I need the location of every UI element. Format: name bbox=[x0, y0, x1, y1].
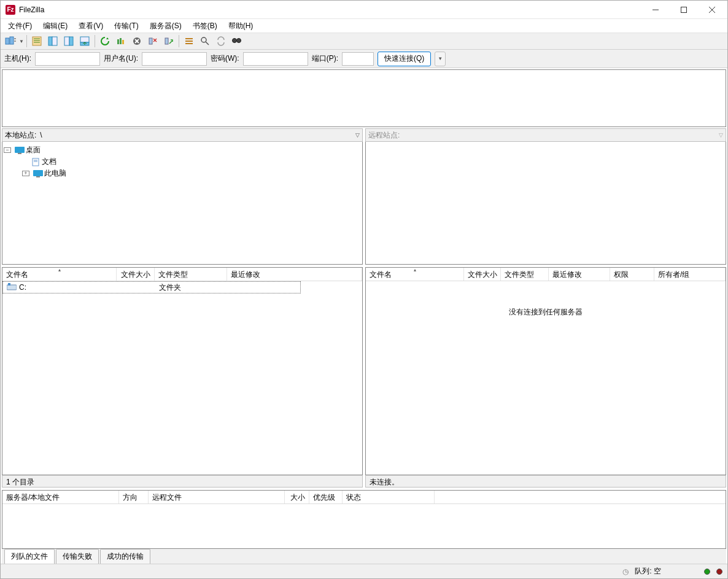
col-name[interactable]: 文件名▴ bbox=[2, 268, 117, 281]
chevron-down-icon[interactable]: ▽ bbox=[355, 132, 360, 138]
quickconnect-history-dropdown[interactable]: ▼ bbox=[435, 52, 446, 66]
col-remote[interactable]: 远程文件 bbox=[149, 491, 285, 503]
reconnect-icon[interactable] bbox=[161, 34, 176, 48]
svg-rect-5 bbox=[10, 37, 14, 44]
pass-label: 密码(W): bbox=[211, 53, 239, 64]
col-type[interactable]: 文件类型 bbox=[501, 268, 549, 281]
svg-rect-20 bbox=[122, 40, 124, 44]
filter-icon[interactable] bbox=[182, 34, 196, 48]
col-type[interactable]: 文件类型 bbox=[155, 268, 227, 281]
col-modified[interactable]: 最近修改 bbox=[549, 268, 610, 281]
svg-point-33 bbox=[232, 39, 236, 43]
local-file-list: 文件名▴ 文件大小 文件类型 最近修改 C: 文件夹 bbox=[2, 267, 363, 475]
tab-success[interactable]: 成功的传输 bbox=[100, 549, 150, 564]
search-icon[interactable] bbox=[230, 34, 244, 48]
desktop-icon bbox=[15, 146, 25, 155]
activity-led-recv-icon bbox=[704, 569, 710, 575]
menu-help[interactable]: 帮助(H) bbox=[223, 20, 258, 33]
chevron-down-icon: ▽ bbox=[719, 132, 723, 138]
tree-item-documents[interactable]: 文档 bbox=[4, 156, 361, 168]
menu-bookmarks[interactable]: 书签(B) bbox=[188, 20, 222, 33]
col-perm[interactable]: 权限 bbox=[610, 268, 654, 281]
sort-asc-icon: ▴ bbox=[414, 268, 416, 273]
maximize-button[interactable] bbox=[670, 1, 698, 19]
file-row[interactable]: C: 文件夹 bbox=[2, 281, 301, 293]
refresh-icon[interactable] bbox=[98, 34, 112, 48]
toolbar-separator bbox=[95, 35, 95, 47]
svg-line-32 bbox=[206, 42, 209, 45]
local-site-row: 本地站点: ▽ bbox=[2, 128, 363, 142]
col-owner[interactable]: 所有者/组 bbox=[654, 268, 726, 281]
compare-icon[interactable] bbox=[198, 34, 212, 48]
svg-rect-19 bbox=[120, 38, 122, 44]
toolbar-separator bbox=[26, 35, 27, 47]
menu-server[interactable]: 服务器(S) bbox=[145, 20, 187, 33]
password-input[interactable] bbox=[243, 52, 308, 66]
menu-transfer[interactable]: 传输(T) bbox=[109, 20, 143, 33]
menu-file[interactable]: 文件(F) bbox=[3, 20, 37, 33]
local-tree[interactable]: − 桌面 文档 + 此电脑 bbox=[2, 142, 363, 265]
remote-site-row: 远程站点: ▽ bbox=[365, 128, 726, 142]
col-size[interactable]: 文件大小 bbox=[464, 268, 501, 281]
svg-rect-41 bbox=[33, 170, 43, 176]
close-button[interactable] bbox=[698, 1, 726, 19]
svg-rect-8 bbox=[33, 37, 41, 45]
port-input[interactable] bbox=[342, 52, 374, 66]
local-list-body[interactable]: C: 文件夹 bbox=[2, 281, 362, 475]
svg-rect-44 bbox=[8, 283, 10, 286]
col-size[interactable]: 文件大小 bbox=[117, 268, 155, 281]
menu-view[interactable]: 查看(V) bbox=[74, 20, 108, 33]
host-label: 主机(H): bbox=[4, 53, 31, 64]
svg-point-31 bbox=[201, 37, 206, 42]
sync-browse-icon[interactable] bbox=[214, 34, 228, 48]
toggle-queue-icon[interactable] bbox=[77, 34, 92, 48]
collapse-icon[interactable]: − bbox=[4, 147, 11, 153]
remote-status: 未连接。 bbox=[365, 475, 726, 488]
remote-tree[interactable] bbox=[365, 142, 726, 265]
toggle-remotetree-icon[interactable] bbox=[61, 34, 76, 48]
col-status[interactable]: 状态 bbox=[343, 491, 435, 503]
host-input[interactable] bbox=[35, 52, 100, 66]
minimize-button[interactable] bbox=[641, 1, 670, 19]
col-direction[interactable]: 方向 bbox=[119, 491, 149, 503]
site-manager-icon[interactable] bbox=[3, 34, 18, 48]
user-label: 用户名(U): bbox=[104, 53, 138, 64]
menu-edit[interactable]: 编辑(E) bbox=[38, 20, 72, 33]
svg-rect-24 bbox=[149, 38, 152, 44]
svg-point-34 bbox=[236, 39, 241, 43]
queue-body[interactable] bbox=[2, 504, 726, 548]
remote-site-label: 远程站点: bbox=[368, 130, 400, 141]
toggle-localtree-icon[interactable] bbox=[45, 34, 60, 48]
svg-rect-38 bbox=[33, 158, 39, 166]
transfer-queue: 服务器/本地文件 方向 远程文件 大小 优先级 状态 bbox=[2, 490, 726, 549]
col-name[interactable]: 文件名▴ bbox=[366, 268, 464, 281]
quickconnect-button[interactable]: 快速连接(Q) bbox=[378, 52, 431, 66]
tab-queued[interactable]: 列队的文件 bbox=[4, 549, 55, 564]
tab-failed[interactable]: 传输失败 bbox=[56, 549, 99, 564]
svg-rect-12 bbox=[48, 37, 52, 45]
col-size[interactable]: 大小 bbox=[285, 491, 309, 503]
local-status: 1 个目录 bbox=[2, 475, 363, 488]
process-queue-icon[interactable] bbox=[114, 34, 128, 48]
tree-item-thispc[interactable]: + 此电脑 bbox=[4, 168, 361, 179]
throttle-icon[interactable]: ◷ bbox=[622, 567, 629, 576]
local-path-input[interactable] bbox=[39, 130, 353, 141]
disconnect-icon[interactable] bbox=[145, 34, 160, 48]
toggle-log-icon[interactable] bbox=[29, 34, 44, 48]
svg-rect-16 bbox=[80, 37, 89, 42]
title-bar: Fz FileZilla bbox=[1, 1, 727, 19]
tree-item-desktop[interactable]: − 桌面 bbox=[4, 144, 361, 156]
username-input[interactable] bbox=[142, 52, 207, 66]
remote-pane: 远程站点: ▽ 文件名▴ 文件大小 文件类型 最近修改 权限 所有者/组 没有连… bbox=[365, 128, 726, 488]
local-list-header: 文件名▴ 文件大小 文件类型 最近修改 bbox=[2, 268, 362, 281]
expand-icon[interactable]: + bbox=[22, 171, 29, 176]
message-log[interactable] bbox=[2, 69, 726, 127]
cancel-icon[interactable] bbox=[130, 34, 144, 48]
toolbar: ▼ bbox=[1, 33, 727, 50]
col-server[interactable]: 服务器/本地文件 bbox=[2, 491, 119, 503]
svg-rect-42 bbox=[36, 176, 40, 177]
col-modified[interactable]: 最近修改 bbox=[227, 268, 362, 281]
menu-bar: 文件(F) 编辑(E) 查看(V) 传输(T) 服务器(S) 书签(B) 帮助(… bbox=[1, 19, 727, 33]
col-priority[interactable]: 优先级 bbox=[309, 491, 343, 503]
tree-label: 此电脑 bbox=[44, 168, 66, 179]
